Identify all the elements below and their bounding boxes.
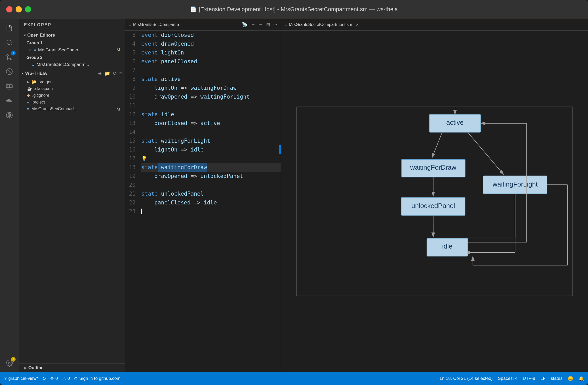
code-line: state idle xyxy=(141,110,281,119)
file-type-icon: ≡ xyxy=(34,48,36,52)
activity-remote[interactable] xyxy=(3,108,16,122)
state-active-label: active xyxy=(446,119,464,126)
sm-icon: ≡ xyxy=(27,107,29,111)
activity-debug[interactable] xyxy=(3,65,16,78)
close-icon[interactable]: ✕ xyxy=(28,48,31,52)
activity-docker[interactable] xyxy=(3,94,16,107)
minimize-button[interactable] xyxy=(16,6,22,12)
editor-area: ≡ MrsGrantsSecCompartm 📡 ← → ⊞ ··· ≡ Mrs… xyxy=(125,19,588,372)
refresh-icon[interactable]: ↺ xyxy=(113,71,117,76)
status-bar-right: Ln 18, Col 21 (14 selected) Spaces: 4 UT… xyxy=(440,376,584,381)
warning-count: 0 xyxy=(68,376,70,381)
outline-chevron: ▶ xyxy=(24,366,27,370)
cursor xyxy=(141,209,142,214)
activity-settings[interactable]: 1 xyxy=(3,356,16,370)
outline-header[interactable]: ▶ Outline xyxy=(19,364,125,372)
folder-icon: 📂 xyxy=(31,79,37,84)
broadcast-icon[interactable]: 📡 xyxy=(242,22,248,28)
ws-theia-section[interactable]: ▾ WS-THEIA ⊕ 📁 ↺ ≡ xyxy=(19,68,125,78)
ws-actions: ⊕ 📁 ↺ ≡ xyxy=(98,71,122,76)
sync-status[interactable]: ↻ xyxy=(42,376,46,381)
code-content[interactable]: 3 4 5 6 7 8 9 10 11 12 13 14 15 16 xyxy=(125,31,281,372)
code-line: state unlockedPanel xyxy=(141,189,281,198)
status-bar: ⑂ graphical-view* ↻ ⊗ 0 ⚠ 0 ⊙ Sign in to… xyxy=(0,372,588,385)
open-editors-section[interactable]: ▾ Open Editors xyxy=(19,31,125,39)
new-folder-icon[interactable]: 📁 xyxy=(104,71,110,76)
language-status[interactable]: states xyxy=(551,376,563,381)
activity-search[interactable] xyxy=(3,36,16,49)
left-tab-name: MrsGrantsSecCompartm xyxy=(133,22,179,27)
sync-icon: ↻ xyxy=(42,376,46,381)
left-editor-tab[interactable]: ≡ MrsGrantsSecCompartm 📡 ← → ⊞ ··· xyxy=(125,19,281,30)
split-icon[interactable]: ⊞ xyxy=(266,22,270,28)
more-icon[interactable]: ··· xyxy=(273,22,277,28)
collapse-icon[interactable]: ≡ xyxy=(119,71,122,76)
warning-icon: ⚠ xyxy=(62,376,66,381)
emoji-status[interactable]: 😊 xyxy=(568,376,573,381)
tree-item-src-gen[interactable]: ▶ 📂 src-gen xyxy=(19,78,125,85)
main-layout: 1 xyxy=(0,19,588,372)
branch-status[interactable]: ⑂ graphical-view* xyxy=(4,376,38,381)
spaces-status[interactable]: Spaces: 4 xyxy=(498,376,518,381)
code-line xyxy=(141,181,281,189)
github-icon: ⊙ xyxy=(74,376,78,381)
activity-extensions[interactable] xyxy=(3,79,16,93)
encoding-status[interactable]: UTF-8 xyxy=(523,376,535,381)
git-icon: ◆ xyxy=(27,93,30,98)
open-editors-label: Open Editors xyxy=(27,33,55,38)
right-editor-tab[interactable]: ≡ MrsGrantsSecretCompartment.sm ✕ ··· xyxy=(281,19,588,30)
sm-modified: M xyxy=(117,107,120,111)
open-editor-item-2[interactable]: ≡ MrsGrantsSecCompartm... xyxy=(19,61,125,68)
maximize-button[interactable] xyxy=(25,6,31,12)
line-numbers: 3 4 5 6 7 8 9 10 11 12 13 14 15 16 xyxy=(125,31,139,372)
file-name2: MrsGrantsSecCompartm... xyxy=(37,62,89,67)
left-tab-icon: ≡ xyxy=(129,23,131,27)
code-line: doorClosed => active xyxy=(141,119,281,128)
svg-point-0 xyxy=(7,40,11,44)
bell-icon: 🔔 xyxy=(578,376,584,381)
file-name: MrsGrantsSecComp... xyxy=(38,47,82,53)
settings-badge: 1 xyxy=(11,357,16,362)
tree-item-classpath[interactable]: ☕ .classpath xyxy=(19,85,125,92)
cursor-position[interactable]: Ln 18, Col 21 (14 selected) xyxy=(440,376,493,381)
code-line: state waitingForDraw xyxy=(141,163,281,172)
state-unlockedPanel-label: unlockedPanel xyxy=(411,202,455,209)
arrow-left-icon[interactable]: ← xyxy=(251,22,255,28)
eol-status[interactable]: LF xyxy=(540,376,546,381)
window-controls[interactable] xyxy=(6,6,31,12)
group1-label: Group 1 xyxy=(19,39,125,46)
code-lines[interactable]: event doorClosed event drawOpened event … xyxy=(139,31,281,372)
code-line: lightOn => waitingForDraw xyxy=(141,84,281,92)
github-status[interactable]: ⊙ Sign in to github.com xyxy=(74,376,121,381)
project-name: .project xyxy=(31,100,45,105)
right-more-icon[interactable]: ··· xyxy=(580,22,584,28)
diagram-content[interactable]: active waitingForDraw waitingForLight xyxy=(281,31,588,372)
warnings-status[interactable]: ⚠ 0 xyxy=(62,376,70,381)
bell-status[interactable]: 🔔 xyxy=(578,376,584,381)
activity-files[interactable] xyxy=(3,21,16,35)
right-tab-close[interactable]: ✕ xyxy=(356,23,359,27)
tree-item-project[interactable]: ≡ .project xyxy=(19,99,125,106)
state-waitingForLight-label: waitingForLight xyxy=(492,181,538,188)
errors-status[interactable]: ⊗ 0 xyxy=(50,376,58,381)
editor-panels: 3 4 5 6 7 8 9 10 11 12 13 14 15 16 xyxy=(125,31,588,372)
code-line: drawOpened => waitingForLight xyxy=(141,92,281,101)
open-editor-item-1[interactable]: ✕ ≡ MrsGrantsSecComp... M xyxy=(19,46,125,54)
code-line: event doorClosed xyxy=(141,31,281,39)
svg-point-2 xyxy=(10,58,12,60)
scroll-indicator xyxy=(279,145,281,154)
right-tab-name: MrsGrantsSecretCompartment.sm xyxy=(289,22,352,27)
github-label: Sign in to github.com xyxy=(79,376,121,381)
svg-line-5 xyxy=(7,70,11,74)
gitignore-name: .gitignore xyxy=(32,93,49,98)
tree-item-sm[interactable]: ≡ MrsGrantsSecCompart... M xyxy=(19,106,125,112)
tree-item-gitignore[interactable]: ◆ .gitignore xyxy=(19,92,125,99)
sidebar: Explorer ▾ Open Editors Group 1 ✕ ≡ MrsG… xyxy=(19,19,125,372)
activity-source-control[interactable]: 1 xyxy=(3,50,16,64)
close-button[interactable] xyxy=(6,6,12,12)
arrow-right-icon[interactable]: → xyxy=(258,22,263,28)
left-tab-actions: 📡 ← → ⊞ ··· xyxy=(242,22,277,28)
diagram-panel: active waitingForDraw waitingForLight xyxy=(281,31,588,372)
new-file-icon[interactable]: ⊕ xyxy=(98,71,102,76)
classpath-name: .classpath xyxy=(34,86,53,91)
